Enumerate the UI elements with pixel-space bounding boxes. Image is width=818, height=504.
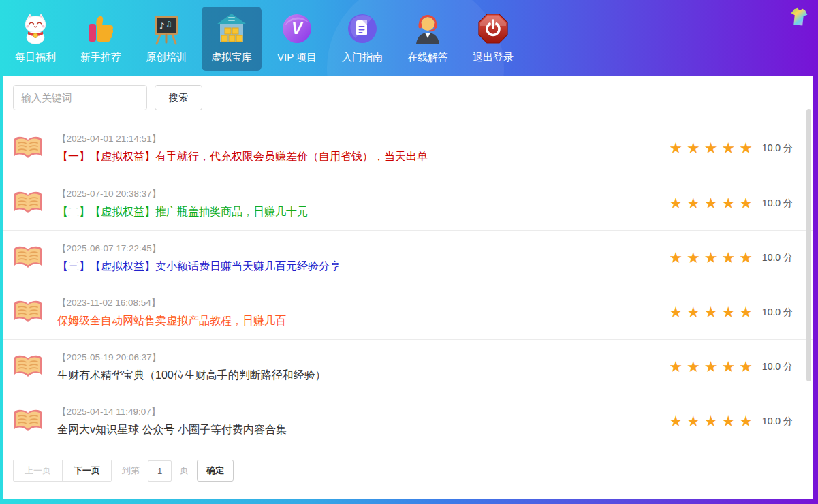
item-text: 【2025-07-10 20:38:37】 【二】【虚拟权益】推广瓶盖抽奖商品，… <box>57 188 669 219</box>
item-timestamp: 【2025-04-01 21:14:51】 <box>57 133 669 145</box>
stars-icon: ★★★★★ <box>669 141 757 156</box>
book-icon <box>13 190 43 217</box>
page-unit-label: 页 <box>180 464 189 477</box>
item-timestamp: 【2025-07-10 20:38:37】 <box>57 188 669 200</box>
nav-label: 入门指南 <box>342 51 383 64</box>
item-title[interactable]: 【二】【虚拟权益】推广瓶盖抽奖商品，日赚几十元 <box>57 205 669 219</box>
warehouse-icon <box>215 12 248 45</box>
list-item[interactable]: 【2025-06-07 17:22:45】 【三】【虚拟权益】卖小额话费日赚当天… <box>3 230 813 285</box>
list-item[interactable]: 【2023-11-02 16:08:54】 保姆级全自动网站售卖虚拟产品教程，日… <box>3 285 813 339</box>
item-score: 10.0 分 <box>762 142 793 155</box>
item-title[interactable]: 生财有术精华宝典（100位生财高手的判断路径和经验） <box>57 368 669 383</box>
prev-page-button[interactable]: 上一页 <box>14 460 62 481</box>
item-rating: ★★★★★ 10.0 分 <box>669 196 793 211</box>
item-timestamp: 【2025-04-14 11:49:07】 <box>57 406 669 418</box>
nav-item-virtual-treasury[interactable]: 虚拟宝库 <box>202 7 262 71</box>
list-item[interactable]: 【2025-04-14 11:49:07】 全网大v知识星球 公众号 小圈子等付… <box>3 394 813 448</box>
svg-text:V: V <box>292 20 303 37</box>
item-rating: ★★★★★ 10.0 分 <box>669 305 793 320</box>
stars-icon: ★★★★★ <box>669 196 757 211</box>
thumbs-up-icon <box>84 12 117 45</box>
item-timestamp: 【2023-11-02 16:08:54】 <box>57 297 669 309</box>
stars-icon: ★★★★★ <box>669 251 757 266</box>
nav-label: 新手推荐 <box>80 51 121 64</box>
nav-label: 原创培训 <box>146 51 187 64</box>
search-button[interactable]: 搜索 <box>155 85 202 110</box>
book-icon <box>13 299 43 326</box>
guide-icon <box>346 12 379 45</box>
book-icon <box>13 135 43 162</box>
book-icon <box>13 408 43 435</box>
content-panel: 搜索 【2025-04-01 21:14:51】 【一】【虚拟权益】有手就行，代… <box>3 76 813 499</box>
nav-item-beginner-guide[interactable]: 入门指南 <box>332 7 392 71</box>
list-item[interactable]: 【2025-04-01 21:14:51】 【一】【虚拟权益】有手就行，代充权限… <box>3 121 813 176</box>
nav-label: VIP 项目 <box>277 51 317 64</box>
item-title[interactable]: 保姆级全自动网站售卖虚拟产品教程，日赚几百 <box>57 314 669 328</box>
item-text: 【2025-04-14 11:49:07】 全网大v知识星球 公众号 小圈子等付… <box>57 406 669 437</box>
item-title[interactable]: 【一】【虚拟权益】有手就行，代充权限会员赚差价（自用省钱），当天出单 <box>57 150 669 164</box>
item-title[interactable]: 全网大v知识星球 公众号 小圈子等付费内容合集 <box>57 423 669 437</box>
stars-icon: ★★★★★ <box>669 305 757 320</box>
item-score: 10.0 分 <box>762 415 793 428</box>
item-timestamp: 【2025-06-07 17:22:45】 <box>57 242 669 255</box>
scrollbar-thumb[interactable] <box>806 109 811 381</box>
nav-item-original-training[interactable]: ♪ ♫ 原创培训 <box>136 7 196 71</box>
search-input[interactable] <box>13 85 147 110</box>
nav-item-vip-project[interactable]: V VIP 项目 <box>267 7 327 71</box>
item-rating: ★★★★★ 10.0 分 <box>669 251 793 266</box>
search-bar: 搜索 <box>3 76 813 121</box>
nav-item-online-answers[interactable]: 在线解答 <box>398 7 458 71</box>
next-page-button[interactable]: 下一页 <box>62 460 111 481</box>
item-score: 10.0 分 <box>762 252 793 264</box>
list-item[interactable]: 【2025-05-19 20:06:37】 生财有术精华宝典（100位生财高手的… <box>3 339 813 394</box>
stars-icon: ★★★★★ <box>669 414 757 429</box>
nav-item-logout[interactable]: 退出登录 <box>463 7 523 71</box>
item-rating: ★★★★★ 10.0 分 <box>669 360 793 375</box>
article-list: 【2025-04-01 21:14:51】 【一】【虚拟权益】有手就行，代充权限… <box>3 121 813 448</box>
item-rating: ★★★★★ 10.0 分 <box>669 414 793 429</box>
item-rating: ★★★★★ 10.0 分 <box>669 141 793 156</box>
stars-icon: ★★★★★ <box>669 360 757 375</box>
item-title[interactable]: 【三】【虚拟权益】卖小额话费日赚当天赚几百元经验分享 <box>57 259 669 274</box>
nav-label: 虚拟宝库 <box>211 51 252 64</box>
nav-label: 在线解答 <box>407 51 448 64</box>
item-text: 【2025-05-19 20:06:37】 生财有术精华宝典（100位生财高手的… <box>57 351 669 383</box>
colorful-shirt-logo-icon[interactable] <box>789 7 808 27</box>
item-text: 【2025-06-07 17:22:45】 【三】【虚拟权益】卖小额话费日赚当天… <box>57 242 669 274</box>
pagination-group: 上一页 下一页 <box>13 460 112 482</box>
item-score: 10.0 分 <box>762 306 793 319</box>
support-icon <box>411 12 444 45</box>
book-icon <box>13 245 43 272</box>
confirm-page-button[interactable]: 确定 <box>197 460 234 482</box>
page-number-input[interactable] <box>148 460 172 482</box>
nav-item-newbie-recommend[interactable]: 新手推荐 <box>71 7 131 71</box>
top-nav: 每日福利 新手推荐 ♪ ♫ 原创培训 <box>0 0 818 76</box>
nav-label: 退出登录 <box>473 51 514 64</box>
item-timestamp: 【2025-05-19 20:06:37】 <box>57 351 669 364</box>
blackboard-icon: ♪ ♫ <box>150 12 183 45</box>
svg-text:♫: ♫ <box>166 20 172 29</box>
book-icon <box>13 353 43 381</box>
pagination: 上一页 下一页 到第 页 确定 <box>13 460 813 482</box>
svg-text:♪: ♪ <box>159 21 165 31</box>
list-item[interactable]: 【2025-07-10 20:38:37】 【二】【虚拟权益】推广瓶盖抽奖商品，… <box>3 176 813 230</box>
item-text: 【2023-11-02 16:08:54】 保姆级全自动网站售卖虚拟产品教程，日… <box>57 297 669 328</box>
vip-icon: V <box>281 12 313 45</box>
goto-page-label: 到第 <box>122 464 140 477</box>
lucky-cat-icon <box>19 12 52 45</box>
logout-icon <box>477 12 509 45</box>
nav-label: 每日福利 <box>15 51 56 64</box>
item-score: 10.0 分 <box>762 361 793 373</box>
item-text: 【2025-04-01 21:14:51】 【一】【虚拟权益】有手就行，代充权限… <box>57 133 669 164</box>
nav-item-daily-welfare[interactable]: 每日福利 <box>5 7 65 71</box>
item-score: 10.0 分 <box>762 198 793 210</box>
